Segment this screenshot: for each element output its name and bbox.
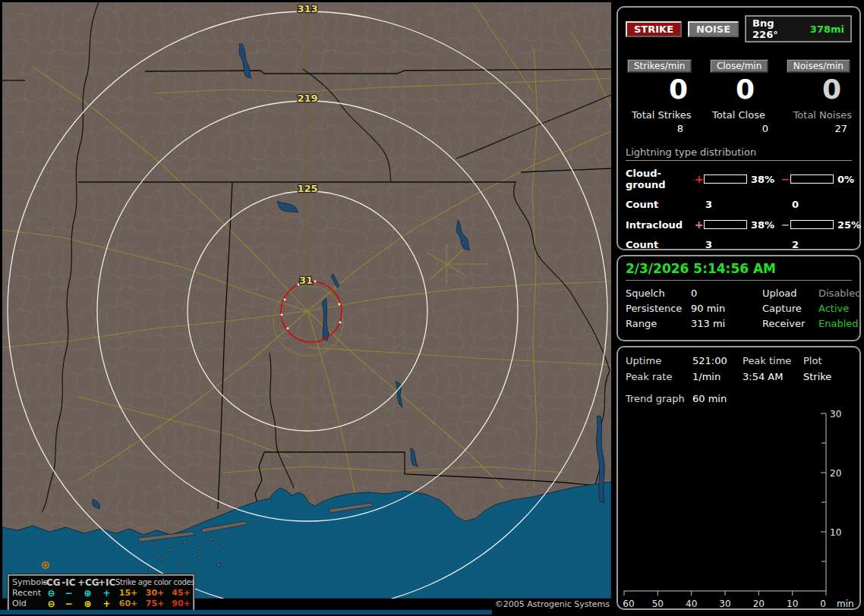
cg-plus-count: 3 <box>704 199 747 210</box>
noise-toggle-button[interactable]: NOISE <box>688 21 739 37</box>
total-strikes-label: Total Strikes <box>623 109 700 121</box>
trend-graph-label: Trend graph <box>626 393 692 404</box>
ic-plus-pct: 38% <box>747 219 780 231</box>
x-tick-20: 20 <box>753 599 765 609</box>
plot-value: Strike <box>803 371 852 382</box>
neg-ic-recent-icon: − <box>60 588 77 599</box>
peak-rate-label: Peak rate <box>626 371 692 382</box>
ic-plus-count: 3 <box>704 239 747 250</box>
x-tick-50: 50 <box>652 599 664 609</box>
map-canvas[interactable]: 313 219 125 31 <box>2 2 611 599</box>
receiver-status: Enabled <box>818 318 861 329</box>
close-per-min-value: 0 <box>700 74 777 105</box>
distribution-title: Lightning type distribution <box>626 146 852 161</box>
trend-chart: 30 20 10 60 50 40 30 20 10 0 <box>623 407 855 611</box>
mode-toolbar: STRIKE NOISE Bng 226° 378mi <box>626 15 852 42</box>
datetime-display: 2/3/2026 5:14:56 AM <box>626 261 852 281</box>
cg-plus-pct: 38% <box>747 174 780 185</box>
x-tick-40: 40 <box>686 599 697 609</box>
ic-minus-bar <box>790 220 834 229</box>
copyright-text: ©2005 Astrogenic Systems <box>2 599 611 609</box>
pos-ic-recent-icon: + <box>98 588 115 599</box>
cg-count-label: Count <box>626 199 694 210</box>
totals-labels-row: Total Strikes Total Close Total Noises <box>623 109 855 121</box>
ic-count-label: Count <box>626 239 694 250</box>
ic-minus-count: 2 <box>790 239 834 250</box>
legend-age-title: Strike age color codes <box>115 577 194 588</box>
age-30: 30+ <box>141 588 169 599</box>
window-edge-band <box>0 610 492 614</box>
noises-per-min-value: 0 <box>777 74 855 105</box>
persistence-label: Persistence <box>626 303 691 314</box>
map-svg: 313 219 125 31 <box>2 2 611 599</box>
ring-label-313: 313 <box>297 3 317 14</box>
rate-chips-row: Strikes/min Close/min Noises/min <box>623 59 855 73</box>
stats-grid: Uptime 521:00 Peak time Plot Peak rate 1… <box>626 355 852 382</box>
total-strikes-value: 8 <box>623 123 700 134</box>
squelch-value: 0 <box>691 288 762 299</box>
neg-cg-recent-icon: ⊖ <box>43 588 60 599</box>
legend-col-neg-ic: -IC <box>60 577 77 588</box>
ic-plus-bar <box>704 220 747 229</box>
y-tick-30: 30 <box>830 409 841 420</box>
plot-label: Plot <box>803 355 852 366</box>
legend-recent-label: Recent <box>12 588 43 599</box>
bearing-display: Bng 226° 378mi <box>745 15 852 42</box>
upload-label: Upload <box>762 288 818 299</box>
x-tick-60: 60 <box>623 599 634 609</box>
ring-label-219: 219 <box>297 93 317 104</box>
stats-panel: Uptime 521:00 Peak time Plot Peak rate 1… <box>616 346 861 610</box>
distribution-grid: Cloud-ground + 38% − 0% Count 3 0 Intrac… <box>626 168 852 250</box>
cg-plus-bar <box>704 174 747 184</box>
intracloud-label: Intracloud <box>626 219 694 231</box>
trend-y-ticks <box>821 413 826 561</box>
ic-minus-pct: 25% <box>834 219 856 231</box>
y-tick-20: 20 <box>830 468 841 479</box>
total-noises-value: 27 <box>777 123 855 134</box>
x-axis-unit: min <box>837 599 854 609</box>
trend-x-ticks <box>624 591 826 596</box>
strikes-per-min-value: 0 <box>623 74 700 105</box>
noises-per-min-chip: Noises/min <box>787 59 850 73</box>
strike-toggle-button[interactable]: STRIKE <box>626 21 682 37</box>
cg-minus-sign: − <box>780 173 790 185</box>
legend-symbols-header: Symbols <box>12 577 43 588</box>
range-label: Range <box>626 318 691 329</box>
status-panel: 2/3/2026 5:14:56 AM Squelch 0 Upload Dis… <box>616 255 861 341</box>
trend-graph-row: Trend graph 60 min <box>626 393 852 404</box>
ring-label-31: 31 <box>299 275 313 286</box>
capture-label: Capture <box>762 303 818 314</box>
status-grid: Squelch 0 Upload Disabled Persistence 90… <box>626 288 852 329</box>
cg-minus-count: 0 <box>790 199 834 210</box>
total-noises-label: Total Noises <box>777 109 855 121</box>
capture-status: Active <box>818 303 861 314</box>
uptime-value: 521:00 <box>692 355 743 366</box>
cloud-ground-label: Cloud-ground <box>626 168 694 190</box>
y-tick-10: 10 <box>830 527 841 538</box>
ic-plus-sign: + <box>694 218 704 231</box>
bearing-label: Bng 226° <box>752 17 801 40</box>
app-window: 313 219 125 31 Symbols -CG -IC +CG +IC S… <box>0 0 864 616</box>
x-tick-30: 30 <box>719 599 730 609</box>
pos-cg-recent-icon: ⊕ <box>77 588 98 599</box>
receiver-label: Receiver <box>762 318 818 329</box>
peak-time-value: 3:54 AM <box>743 371 803 382</box>
rate-values-row: 0 0 0 <box>623 74 855 105</box>
trend-window-value: 60 min <box>692 393 852 404</box>
legend-col-pos-cg: +CG <box>77 577 98 588</box>
legend-col-pos-ic: +IC <box>98 577 115 588</box>
counters-panel: STRIKE NOISE Bng 226° 378mi Strikes/min … <box>616 6 861 250</box>
strikes-per-min-chip: Strikes/min <box>627 59 692 73</box>
ic-minus-sign: − <box>780 218 790 231</box>
cg-plus-sign: + <box>694 173 704 185</box>
persistence-value: 90 min <box>691 303 762 314</box>
peak-rate-value: 1/min <box>692 371 743 382</box>
x-tick-0: 0 <box>820 599 826 609</box>
cg-minus-pct: 0% <box>834 174 856 185</box>
total-close-value: 0 <box>700 123 777 134</box>
totals-values-row: 8 0 27 <box>623 123 855 134</box>
squelch-label: Squelch <box>626 288 691 299</box>
cg-minus-bar <box>790 174 834 184</box>
peak-time-label: Peak time <box>743 355 803 366</box>
legend-col-neg-cg: -CG <box>43 577 60 588</box>
